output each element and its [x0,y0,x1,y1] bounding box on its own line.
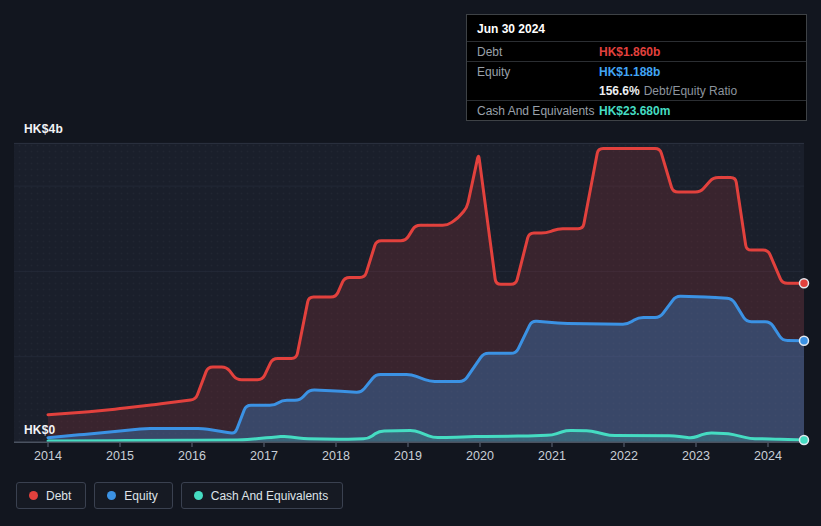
y-axis-label-0: HK$0 [24,423,55,437]
x-tick-label-2018: 2018 [322,449,350,463]
x-tick-label-2020: 2020 [466,449,494,463]
x-tick-label-2017: 2017 [250,449,278,463]
x-tick-label-2016: 2016 [178,449,206,463]
legend-equity-label: Equity [124,489,157,503]
x-tick-label-2019: 2019 [394,449,422,463]
legend-debt-label: Debt [46,489,71,503]
tooltip-equity-label: Equity [477,65,599,79]
cash-end-dot [800,436,809,445]
tooltip-date: Jun 30 2024 [467,15,806,42]
legend-item-cash[interactable]: Cash And Equivalents [181,482,343,509]
x-tick-label-2024: 2024 [754,449,782,463]
tooltip-equity-value: HK$1.188b [599,65,660,79]
debt-equity-history-chart: 2014201520162017201820192020202120222023… [0,0,821,526]
legend-cash-label: Cash And Equivalents [211,489,328,503]
chart-legend: Debt Equity Cash And Equivalents [16,482,343,509]
x-tick-label-2015: 2015 [106,449,134,463]
tooltip-row-cash: Cash And Equivalents HK$23.680m [467,101,806,120]
legend-item-debt[interactable]: Debt [16,482,86,509]
tooltip-ratio-value: 156.6% [599,84,640,98]
legend-cash-swatch [194,491,203,500]
legend-debt-swatch [29,491,38,500]
tooltip-row-equity: Equity HK$1.188b [467,62,806,81]
legend-item-equity[interactable]: Equity [94,482,172,509]
x-tick-label-2022: 2022 [610,449,638,463]
y-axis-label-4b: HK$4b [24,122,63,136]
x-tick-label-2023: 2023 [682,449,710,463]
tooltip-cash-value: HK$23.680m [599,104,670,118]
tooltip-row-debt: Debt HK$1.860b [467,42,806,62]
x-tick-label-2021: 2021 [538,449,566,463]
chart-tooltip: Jun 30 2024 Debt HK$1.860b Equity HK$1.1… [466,14,807,121]
x-tick-label-2014: 2014 [34,449,62,463]
tooltip-ratio: 156.6%Debt/Equity Ratio [599,84,737,98]
equity-end-dot [800,336,809,345]
debt-end-dot [800,279,809,288]
tooltip-cash-label: Cash And Equivalents [477,104,599,118]
tooltip-row-ratio: 156.6%Debt/Equity Ratio [467,81,806,101]
tooltip-debt-label: Debt [477,45,599,59]
tooltip-ratio-label: Debt/Equity Ratio [644,84,737,98]
tooltip-debt-value: HK$1.860b [599,45,660,59]
legend-equity-swatch [107,491,116,500]
